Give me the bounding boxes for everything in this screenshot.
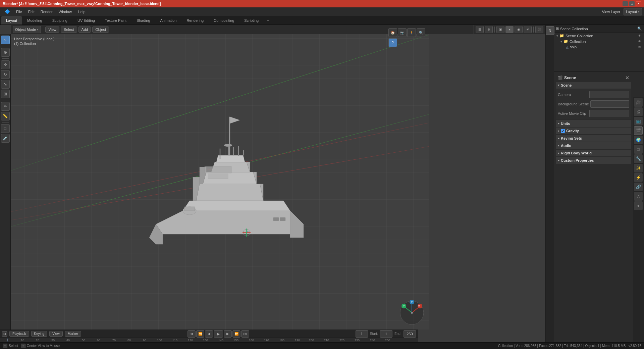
jump-end-button[interactable]: ⏭: [241, 330, 249, 338]
viewport-gizmo-button[interactable]: ⊕: [485, 26, 493, 33]
visibility-icon-2[interactable]: 👁: [638, 40, 641, 43]
material-props-button[interactable]: ●: [634, 201, 643, 210]
menu-help[interactable]: Help: [75, 9, 88, 14]
scene-props-button[interactable]: 🎬: [634, 126, 643, 135]
move-tool[interactable]: ✛: [1, 60, 10, 69]
view-menu[interactable]: View: [45, 27, 59, 33]
navigation-gizmo[interactable]: X Y Z: [398, 299, 425, 326]
visibility-icon[interactable]: 👁: [638, 34, 641, 38]
select-menu[interactable]: Select: [61, 27, 77, 33]
physics-props-button[interactable]: ⚡: [634, 173, 643, 182]
output-props-button[interactable]: 🖨: [634, 107, 643, 116]
eye-dropper[interactable]: 💉: [1, 134, 10, 143]
next-keyframe-button[interactable]: ⏩: [232, 330, 240, 338]
prev-frame-button[interactable]: ◀: [205, 330, 213, 338]
help-button[interactable]: ?: [388, 38, 397, 47]
object-menu[interactable]: Object: [92, 27, 109, 33]
render-props-button[interactable]: 🎥: [634, 98, 643, 107]
outliner-collection[interactable]: ▾ 📁 Collection 👁: [554, 39, 644, 44]
constraints-props-button[interactable]: 🔗: [634, 183, 643, 191]
add-cube-tool[interactable]: □: [1, 124, 10, 133]
world-props-button[interactable]: 🌍: [634, 136, 643, 144]
units-header[interactable]: ▸ Units: [556, 120, 631, 127]
material-preview[interactable]: ◉: [515, 26, 523, 33]
tab-modeling[interactable]: Modeling: [22, 16, 47, 24]
audio-header[interactable]: ▸ Audio: [556, 142, 631, 149]
tab-scripting[interactable]: Scripting: [239, 16, 263, 24]
cursor-tool[interactable]: ⊕: [1, 48, 10, 57]
play-button[interactable]: ▶: [214, 330, 223, 338]
gravity-header[interactable]: ▸ Gravity: [556, 128, 631, 134]
add-menu[interactable]: Add: [78, 27, 91, 33]
minimize-button[interactable]: —: [623, 1, 628, 6]
transform-tool[interactable]: ⊞: [1, 90, 10, 98]
close-props-icon[interactable]: ✕: [625, 75, 629, 81]
close-button[interactable]: ✕: [636, 1, 641, 6]
3d-viewport[interactable]: User Perspective (Local) (1) Collection: [11, 25, 429, 330]
view-layer-props-button[interactable]: 📺: [634, 117, 643, 126]
tab-shading[interactable]: Shading: [132, 16, 155, 24]
window-controls: — □ ✕: [623, 1, 641, 6]
particles-props-button[interactable]: ✨: [634, 164, 643, 172]
menu-render[interactable]: Render: [38, 9, 55, 14]
local-view-button[interactable]: 🏠: [388, 28, 397, 37]
outliner-filter[interactable]: 🔍: [637, 27, 642, 31]
fly-mode-button[interactable]: 🔍: [417, 28, 425, 37]
end-frame-input[interactable]: 250: [404, 330, 416, 338]
object-mode-select[interactable]: Object Mode ▾: [13, 26, 41, 33]
annotate-tool[interactable]: ✏: [1, 102, 10, 111]
movie-clip-value[interactable]: [589, 110, 629, 117]
next-frame-button[interactable]: ▶: [224, 330, 232, 338]
tab-compositing[interactable]: Compositing: [209, 16, 239, 24]
scene-section-header[interactable]: ▾ Scene: [556, 82, 631, 89]
current-frame-input[interactable]: 1: [356, 330, 368, 338]
menu-window[interactable]: Window: [56, 9, 74, 14]
camera-view[interactable]: 🎥: [535, 26, 543, 33]
maximize-button[interactable]: □: [629, 1, 635, 6]
data-props-button[interactable]: △: [634, 192, 643, 201]
tab-uv-editing[interactable]: UV Editing: [73, 16, 100, 24]
select-hint[interactable]: ● Select: [3, 344, 18, 348]
solid-button[interactable]: ●: [505, 26, 514, 33]
bg-scene-value[interactable]: [590, 100, 629, 108]
workspace-select[interactable]: Layout ▾: [624, 8, 642, 15]
movie-clip-row: Active Movie Clip: [558, 109, 629, 118]
menu-file[interactable]: File: [13, 9, 25, 14]
camera-value[interactable]: [589, 91, 629, 98]
camera-track-button[interactable]: 📷: [398, 28, 407, 37]
tab-layout[interactable]: Layout: [1, 16, 22, 24]
start-frame-input[interactable]: 1: [380, 330, 392, 338]
visibility-icon-3[interactable]: 👁: [638, 45, 641, 49]
modifiers-props-button[interactable]: 🔧: [634, 154, 643, 163]
prev-keyframe-button[interactable]: ⏪: [196, 330, 204, 338]
rendered-preview[interactable]: ☀: [524, 26, 532, 33]
tab-sculpting[interactable]: Sculpting: [48, 16, 72, 24]
sidebar-toggle[interactable]: N: [546, 26, 554, 35]
gravity-checkbox[interactable]: [561, 129, 565, 133]
custom-props-header[interactable]: ▸ Custom Properties: [556, 157, 631, 164]
keying-sets-header[interactable]: ▸ Keying Sets: [556, 135, 631, 142]
select-tool[interactable]: ↖: [1, 36, 10, 44]
overlay-button[interactable]: ☰: [476, 26, 484, 33]
outliner-ship[interactable]: △ ship 👁: [554, 44, 644, 50]
keying-menu[interactable]: Keying: [31, 331, 48, 337]
playback-controls: ⏮ ⏪ ◀ ▶ ▶ ⏩ ⏭: [187, 330, 249, 338]
rigid-body-header[interactable]: ▸ Rigid Body World: [556, 150, 631, 156]
wireframe-button[interactable]: ▣: [496, 26, 504, 33]
tab-texture-paint[interactable]: Texture Paint: [100, 16, 131, 24]
add-workspace-button[interactable]: +: [264, 16, 272, 24]
marker-menu[interactable]: Marker: [65, 331, 81, 337]
object-props-button[interactable]: □: [634, 145, 643, 154]
tab-animation[interactable]: Animation: [156, 16, 181, 24]
scale-tool[interactable]: ⤡: [1, 80, 10, 89]
measure-tool[interactable]: 📏: [1, 112, 10, 120]
menu-edit[interactable]: Edit: [25, 9, 37, 14]
tab-rendering[interactable]: Rendering: [182, 16, 208, 24]
jump-start-button[interactable]: ⏮: [187, 330, 196, 338]
outliner-scene-collection[interactable]: ▾ 📁 Scene Collection 👁: [554, 33, 644, 39]
playback-menu[interactable]: Playback: [9, 331, 29, 337]
view-menu-timeline[interactable]: View: [49, 331, 63, 337]
walk-mode-button[interactable]: 🚶: [407, 28, 416, 37]
blender-logo[interactable]: 🔷: [2, 8, 13, 15]
rotate-tool[interactable]: ↻: [1, 70, 10, 79]
